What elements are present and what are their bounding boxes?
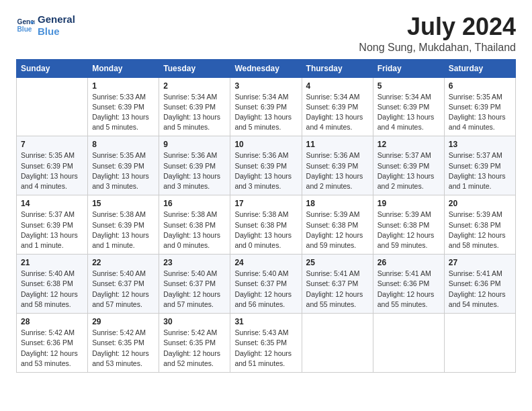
calendar-cell: 24Sunrise: 5:40 AM Sunset: 6:37 PM Dayli… bbox=[230, 255, 302, 314]
day-number: 16 bbox=[163, 199, 226, 208]
calendar-cell: 15Sunrise: 5:38 AM Sunset: 6:39 PM Dayli… bbox=[88, 195, 159, 255]
day-number: 2 bbox=[163, 81, 226, 91]
day-info: Sunrise: 5:40 AM Sunset: 6:38 PM Dayligh… bbox=[21, 269, 83, 310]
calendar-cell: 13Sunrise: 5:37 AM Sunset: 6:39 PM Dayli… bbox=[444, 136, 515, 195]
day-info: Sunrise: 5:36 AM Sunset: 6:39 PM Dayligh… bbox=[163, 150, 226, 191]
calendar-cell: 3Sunrise: 5:34 AM Sunset: 6:39 PM Daylig… bbox=[230, 77, 302, 136]
header-sunday: Sunday bbox=[17, 59, 88, 77]
calendar-cell: 31Sunrise: 5:43 AM Sunset: 6:35 PM Dayli… bbox=[230, 314, 302, 373]
calendar-cell: 9Sunrise: 5:36 AM Sunset: 6:39 PM Daylig… bbox=[159, 136, 230, 195]
day-number: 4 bbox=[306, 81, 369, 91]
calendar-cell: 7Sunrise: 5:35 AM Sunset: 6:39 PM Daylig… bbox=[17, 136, 88, 195]
calendar-cell: 19Sunrise: 5:39 AM Sunset: 6:38 PM Dayli… bbox=[373, 195, 444, 255]
day-info: Sunrise: 5:36 AM Sunset: 6:39 PM Dayligh… bbox=[234, 150, 297, 191]
svg-text:Blue: Blue bbox=[17, 26, 32, 33]
calendar-cell bbox=[444, 314, 515, 373]
calendar-cell: 18Sunrise: 5:39 AM Sunset: 6:38 PM Dayli… bbox=[302, 195, 373, 255]
location-title: Nong Sung, Mukdahan, Thailand bbox=[359, 42, 516, 54]
day-number: 12 bbox=[378, 140, 440, 149]
day-info: Sunrise: 5:37 AM Sunset: 6:39 PM Dayligh… bbox=[21, 210, 83, 250]
calendar-week-2: 7Sunrise: 5:35 AM Sunset: 6:39 PM Daylig… bbox=[17, 136, 516, 195]
calendar-cell: 5Sunrise: 5:34 AM Sunset: 6:39 PM Daylig… bbox=[373, 77, 444, 136]
header-tuesday: Tuesday bbox=[159, 59, 230, 77]
calendar-cell: 4Sunrise: 5:34 AM Sunset: 6:39 PM Daylig… bbox=[302, 77, 373, 136]
day-info: Sunrise: 5:41 AM Sunset: 6:36 PM Dayligh… bbox=[449, 269, 511, 310]
day-info: Sunrise: 5:38 AM Sunset: 6:38 PM Dayligh… bbox=[163, 210, 226, 250]
calendar-cell: 25Sunrise: 5:41 AM Sunset: 6:37 PM Dayli… bbox=[302, 255, 373, 314]
day-number: 1 bbox=[92, 81, 154, 91]
day-info: Sunrise: 5:34 AM Sunset: 6:39 PM Dayligh… bbox=[163, 92, 226, 133]
day-info: Sunrise: 5:35 AM Sunset: 6:39 PM Dayligh… bbox=[92, 150, 154, 191]
day-number: 8 bbox=[92, 140, 154, 149]
day-number: 24 bbox=[234, 258, 297, 267]
calendar-cell: 17Sunrise: 5:38 AM Sunset: 6:38 PM Dayli… bbox=[230, 195, 302, 255]
calendar-cell: 27Sunrise: 5:41 AM Sunset: 6:36 PM Dayli… bbox=[444, 255, 515, 314]
month-title: July 2024 bbox=[359, 13, 516, 40]
day-number: 13 bbox=[449, 140, 511, 149]
day-number: 10 bbox=[234, 140, 297, 149]
day-number: 29 bbox=[92, 317, 154, 326]
day-number: 20 bbox=[449, 199, 511, 208]
calendar-cell: 20Sunrise: 5:39 AM Sunset: 6:38 PM Dayli… bbox=[444, 195, 515, 255]
day-number: 9 bbox=[163, 140, 226, 149]
day-number: 22 bbox=[92, 258, 154, 267]
day-info: Sunrise: 5:40 AM Sunset: 6:37 PM Dayligh… bbox=[163, 269, 226, 310]
calendar-table: SundayMondayTuesdayWednesdayThursdayFrid… bbox=[16, 59, 516, 373]
calendar-cell: 6Sunrise: 5:35 AM Sunset: 6:39 PM Daylig… bbox=[444, 77, 515, 136]
day-info: Sunrise: 5:40 AM Sunset: 6:37 PM Dayligh… bbox=[92, 269, 154, 310]
calendar-cell bbox=[373, 314, 444, 373]
day-info: Sunrise: 5:35 AM Sunset: 6:39 PM Dayligh… bbox=[21, 150, 83, 191]
day-info: Sunrise: 5:41 AM Sunset: 6:37 PM Dayligh… bbox=[306, 269, 369, 310]
day-info: Sunrise: 5:42 AM Sunset: 6:35 PM Dayligh… bbox=[92, 328, 154, 369]
header-thursday: Thursday bbox=[302, 59, 373, 77]
logo-text-line1: General bbox=[38, 13, 75, 26]
calendar-cell: 26Sunrise: 5:41 AM Sunset: 6:36 PM Dayli… bbox=[373, 255, 444, 314]
title-block: July 2024 Nong Sung, Mukdahan, Thailand bbox=[359, 13, 516, 54]
day-number: 7 bbox=[21, 140, 83, 149]
page-header: General Blue General Blue July 2024 Nong… bbox=[16, 13, 516, 54]
day-number: 17 bbox=[234, 199, 297, 208]
calendar-cell: 11Sunrise: 5:36 AM Sunset: 6:39 PM Dayli… bbox=[302, 136, 373, 195]
calendar-cell bbox=[17, 77, 88, 136]
header-friday: Friday bbox=[373, 59, 444, 77]
calendar-cell: 28Sunrise: 5:42 AM Sunset: 6:36 PM Dayli… bbox=[17, 314, 88, 373]
day-number: 23 bbox=[163, 258, 226, 267]
day-number: 5 bbox=[378, 81, 440, 91]
day-number: 25 bbox=[306, 258, 369, 267]
calendar-cell: 1Sunrise: 5:33 AM Sunset: 6:39 PM Daylig… bbox=[88, 77, 159, 136]
day-info: Sunrise: 5:38 AM Sunset: 6:38 PM Dayligh… bbox=[234, 210, 297, 250]
header-wednesday: Wednesday bbox=[230, 59, 302, 77]
day-number: 14 bbox=[21, 199, 83, 208]
calendar-cell: 12Sunrise: 5:37 AM Sunset: 6:39 PM Dayli… bbox=[373, 136, 444, 195]
day-info: Sunrise: 5:35 AM Sunset: 6:39 PM Dayligh… bbox=[449, 92, 511, 133]
day-number: 26 bbox=[378, 258, 440, 267]
day-number: 27 bbox=[449, 258, 511, 267]
calendar-cell: 22Sunrise: 5:40 AM Sunset: 6:37 PM Dayli… bbox=[88, 255, 159, 314]
header-saturday: Saturday bbox=[444, 59, 515, 77]
day-info: Sunrise: 5:39 AM Sunset: 6:38 PM Dayligh… bbox=[306, 210, 369, 250]
day-number: 11 bbox=[306, 140, 369, 149]
day-info: Sunrise: 5:43 AM Sunset: 6:35 PM Dayligh… bbox=[234, 328, 297, 369]
day-number: 21 bbox=[21, 258, 83, 267]
day-number: 6 bbox=[449, 81, 511, 91]
calendar-cell: 16Sunrise: 5:38 AM Sunset: 6:38 PM Dayli… bbox=[159, 195, 230, 255]
calendar-cell: 30Sunrise: 5:42 AM Sunset: 6:35 PM Dayli… bbox=[159, 314, 230, 373]
day-info: Sunrise: 5:39 AM Sunset: 6:38 PM Dayligh… bbox=[449, 210, 511, 250]
day-number: 28 bbox=[21, 317, 83, 326]
calendar-cell: 29Sunrise: 5:42 AM Sunset: 6:35 PM Dayli… bbox=[88, 314, 159, 373]
calendar-cell: 23Sunrise: 5:40 AM Sunset: 6:37 PM Dayli… bbox=[159, 255, 230, 314]
calendar-header-row: SundayMondayTuesdayWednesdayThursdayFrid… bbox=[17, 59, 516, 77]
logo-icon: General Blue bbox=[16, 16, 35, 35]
day-info: Sunrise: 5:34 AM Sunset: 6:39 PM Dayligh… bbox=[234, 92, 297, 133]
day-info: Sunrise: 5:41 AM Sunset: 6:36 PM Dayligh… bbox=[378, 269, 440, 310]
day-info: Sunrise: 5:37 AM Sunset: 6:39 PM Dayligh… bbox=[449, 150, 511, 191]
day-info: Sunrise: 5:37 AM Sunset: 6:39 PM Dayligh… bbox=[378, 150, 440, 191]
calendar-week-3: 14Sunrise: 5:37 AM Sunset: 6:39 PM Dayli… bbox=[17, 195, 516, 255]
day-number: 18 bbox=[306, 199, 369, 208]
logo-text-line2: Blue bbox=[38, 26, 75, 38]
calendar-week-5: 28Sunrise: 5:42 AM Sunset: 6:36 PM Dayli… bbox=[17, 314, 516, 373]
day-info: Sunrise: 5:42 AM Sunset: 6:36 PM Dayligh… bbox=[21, 328, 83, 369]
day-number: 3 bbox=[234, 81, 297, 91]
calendar-week-4: 21Sunrise: 5:40 AM Sunset: 6:38 PM Dayli… bbox=[17, 255, 516, 314]
calendar-cell bbox=[302, 314, 373, 373]
